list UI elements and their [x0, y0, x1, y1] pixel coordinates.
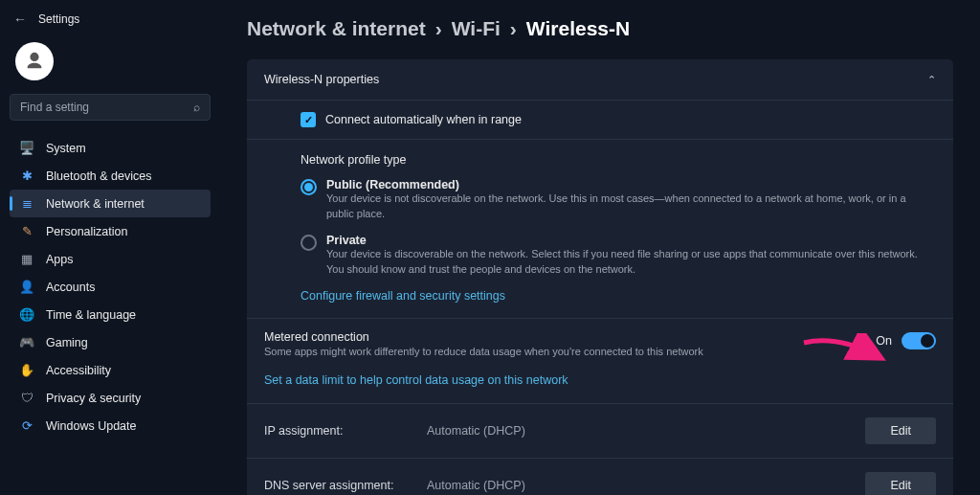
nav-label: Accounts [46, 281, 95, 294]
person-icon [24, 51, 45, 72]
sidebar-item-apps[interactable]: ▦Apps [10, 245, 211, 273]
radio-public-title: Public (Recommended) [326, 178, 936, 191]
nav-icon: 👤 [19, 280, 34, 294]
dns-label: DNS server assignment: [264, 479, 427, 492]
profile-section: Network profile type Public (Recommended… [247, 140, 953, 318]
back-arrow-icon[interactable]: ← [13, 11, 27, 27]
nav-label: Personalization [46, 225, 127, 238]
nav-icon: 🖥️ [19, 141, 34, 155]
auto-connect-label: Connect automatically when in range [325, 113, 522, 126]
nav-label: Accessibility [46, 364, 111, 377]
radio-icon [301, 179, 317, 195]
ip-assignment-row: IP assignment: Automatic (DHCP) Edit [247, 404, 953, 458]
nav-icon: ▦ [19, 252, 34, 266]
edit-ip-button[interactable]: Edit [865, 417, 936, 444]
dns-value: Automatic (DHCP) [427, 479, 865, 492]
search-icon: ⌕ [193, 101, 200, 114]
breadcrumb-current: Wireless-N [526, 17, 630, 40]
chevron-up-icon: ⌃ [927, 74, 936, 86]
sidebar-item-network-internet[interactable]: ≣Network & internet [10, 190, 211, 217]
nav-icon: 🌐 [19, 307, 34, 322]
nav-label: Time & language [46, 308, 136, 322]
metered-title: Metered connection [264, 330, 703, 344]
sidebar-item-privacy-security[interactable]: 🛡Privacy & security [10, 384, 211, 412]
nav-icon: ≣ [19, 196, 34, 211]
sidebar-item-windows-update[interactable]: ⟳Windows Update [10, 412, 211, 439]
sidebar-item-accounts[interactable]: 👤Accounts [10, 273, 211, 301]
sidebar-item-bluetooth-devices[interactable]: ✱Bluetooth & devices [10, 162, 211, 190]
nav-icon: ✎ [19, 224, 34, 238]
nav-label: Bluetooth & devices [46, 169, 152, 183]
profile-heading: Network profile type [301, 153, 936, 167]
breadcrumb-lvl2[interactable]: Wi-Fi [452, 17, 501, 40]
auto-connect-row[interactable]: ✓ Connect automatically when in range [247, 101, 953, 139]
sidebar-item-personalization[interactable]: ✎Personalization [10, 217, 211, 245]
main-content: Network & internet › Wi-Fi › Wireless-N … [220, 0, 980, 495]
firewall-link[interactable]: Configure firewall and security settings [301, 289, 936, 303]
chevron-right-icon: › [510, 17, 517, 40]
breadcrumb: Network & internet › Wi-Fi › Wireless-N [247, 17, 953, 40]
search-input[interactable] [20, 101, 193, 114]
data-limit-link[interactable]: Set a data limit to help control data us… [264, 373, 568, 387]
sidebar-item-accessibility[interactable]: ✋Accessibility [10, 356, 211, 384]
metered-desc: Some apps might work differently to redu… [264, 346, 703, 357]
radio-private-desc: Your device is discoverable on the netwo… [326, 247, 936, 278]
checkbox-checked-icon[interactable]: ✓ [301, 112, 316, 127]
nav-icon: ⟳ [19, 418, 34, 433]
radio-public-desc: Your device is not discoverable on the n… [326, 191, 936, 222]
dns-assignment-row: DNS server assignment: Automatic (DHCP) … [247, 459, 953, 495]
card-title: Wireless-N properties [264, 73, 379, 86]
sidebar: ← Settings ⌕ 🖥️System✱Bluetooth & device… [0, 0, 220, 495]
edit-dns-button[interactable]: Edit [865, 472, 936, 495]
nav-label: Apps [46, 253, 74, 266]
radio-public[interactable]: Public (Recommended) Your device is not … [301, 178, 936, 222]
sidebar-item-gaming[interactable]: 🎮Gaming [10, 328, 211, 356]
nav-label: Privacy & security [46, 392, 141, 405]
nav-label: System [46, 142, 86, 155]
chevron-right-icon: › [435, 17, 442, 40]
properties-card: Wireless-N properties ⌃ ✓ Connect automa… [247, 59, 953, 495]
nav-icon: ✋ [19, 363, 34, 377]
sidebar-item-system[interactable]: 🖥️System [10, 134, 211, 162]
radio-private[interactable]: Private Your device is discoverable on t… [301, 234, 936, 278]
nav-label: Gaming [46, 336, 88, 349]
app-title: Settings [38, 12, 79, 26]
card-header[interactable]: Wireless-N properties ⌃ [247, 59, 953, 100]
nav-icon: ✱ [19, 169, 34, 183]
ip-value: Automatic (DHCP) [427, 424, 865, 438]
sidebar-nav: 🖥️System✱Bluetooth & devices≣Network & i… [10, 134, 211, 439]
nav-label: Windows Update [46, 419, 137, 433]
radio-private-title: Private [326, 234, 936, 247]
radio-icon [301, 235, 317, 251]
search-input-wrap[interactable]: ⌕ [10, 94, 211, 121]
ip-label: IP assignment: [264, 424, 427, 438]
nav-icon: 🎮 [19, 335, 34, 349]
nav-icon: 🛡 [19, 391, 34, 405]
metered-toggle[interactable] [902, 332, 936, 349]
nav-label: Network & internet [46, 197, 145, 211]
sidebar-item-time-language[interactable]: 🌐Time & language [10, 301, 211, 328]
metered-row: Metered connection Some apps might work … [247, 319, 953, 367]
toggle-label: On [876, 334, 892, 348]
breadcrumb-lvl1[interactable]: Network & internet [247, 17, 426, 40]
user-avatar[interactable] [15, 42, 54, 80]
